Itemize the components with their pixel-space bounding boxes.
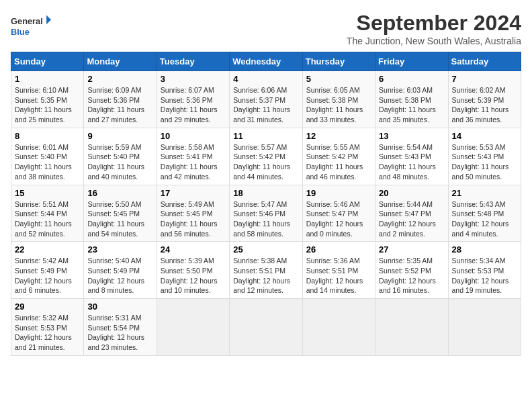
day-cell-15: 15Sunrise: 5:51 AMSunset: 5:44 PMDayligh…: [11, 185, 84, 242]
day-cell-23: 23Sunrise: 5:40 AMSunset: 5:49 PMDayligh…: [84, 242, 157, 299]
day-cell-18: 18Sunrise: 5:47 AMSunset: 5:46 PMDayligh…: [230, 185, 302, 242]
day-info-25: Sunrise: 5:38 AMSunset: 5:51 PMDaylight:…: [233, 256, 298, 295]
day-info-16: Sunrise: 5:50 AMSunset: 5:45 PMDaylight:…: [87, 199, 152, 239]
day-number-30: 30: [87, 302, 152, 312]
day-info-10: Sunrise: 5:58 AMSunset: 5:41 PMDaylight:…: [161, 142, 226, 182]
day-info-2: Sunrise: 6:09 AMSunset: 5:36 PMDaylight:…: [87, 85, 152, 125]
day-cell-7: 7Sunrise: 6:02 AMSunset: 5:39 PMDaylight…: [448, 71, 521, 128]
day-info-6: Sunrise: 6:03 AMSunset: 5:38 PMDaylight:…: [379, 85, 444, 125]
weekday-header-saturday: Saturday: [448, 52, 521, 71]
day-info-4: Sunrise: 6:06 AMSunset: 5:37 PMDaylight:…: [233, 85, 298, 125]
day-info-19: Sunrise: 5:46 AMSunset: 5:47 PMDaylight:…: [306, 199, 371, 239]
month-title: September 2024: [347, 11, 521, 36]
day-cell-9: 9Sunrise: 5:59 AMSunset: 5:40 PMDaylight…: [84, 128, 157, 185]
day-number-21: 21: [452, 188, 517, 198]
day-cell-19: 19Sunrise: 5:46 AMSunset: 5:47 PMDayligh…: [302, 185, 375, 242]
empty-cell: [448, 299, 521, 356]
weekday-header-row: SundayMondayTuesdayWednesdayThursdayFrid…: [11, 52, 521, 71]
logo-svg: General Blue: [11, 11, 51, 40]
day-info-28: Sunrise: 5:34 AMSunset: 5:53 PMDaylight:…: [452, 256, 517, 295]
day-info-9: Sunrise: 5:59 AMSunset: 5:40 PMDaylight:…: [87, 142, 152, 182]
day-info-8: Sunrise: 6:01 AMSunset: 5:40 PMDaylight:…: [15, 142, 80, 182]
day-info-22: Sunrise: 5:42 AMSunset: 5:49 PMDaylight:…: [15, 256, 80, 295]
day-info-23: Sunrise: 5:40 AMSunset: 5:49 PMDaylight:…: [87, 256, 152, 295]
day-cell-20: 20Sunrise: 5:44 AMSunset: 5:47 PMDayligh…: [375, 185, 448, 242]
day-number-23: 23: [87, 244, 152, 255]
day-number-11: 11: [233, 131, 298, 141]
svg-text:General: General: [11, 16, 43, 26]
day-number-6: 6: [379, 74, 444, 84]
day-info-13: Sunrise: 5:54 AMSunset: 5:43 PMDaylight:…: [379, 142, 444, 182]
day-number-19: 19: [306, 188, 371, 198]
day-info-5: Sunrise: 6:05 AMSunset: 5:38 PMDaylight:…: [306, 85, 371, 125]
day-cell-25: 25Sunrise: 5:38 AMSunset: 5:51 PMDayligh…: [230, 242, 302, 299]
day-cell-8: 8Sunrise: 6:01 AMSunset: 5:40 PMDaylight…: [11, 128, 84, 185]
day-number-17: 17: [161, 188, 226, 198]
week-row-4: 22Sunrise: 5:42 AMSunset: 5:49 PMDayligh…: [11, 242, 521, 299]
day-info-7: Sunrise: 6:02 AMSunset: 5:39 PMDaylight:…: [452, 85, 517, 125]
day-info-26: Sunrise: 5:36 AMSunset: 5:51 PMDaylight:…: [306, 256, 371, 295]
empty-cell: [157, 299, 229, 356]
weekday-header-sunday: Sunday: [11, 52, 84, 71]
day-info-27: Sunrise: 5:35 AMSunset: 5:52 PMDaylight:…: [379, 256, 444, 295]
day-cell-13: 13Sunrise: 5:54 AMSunset: 5:43 PMDayligh…: [375, 128, 448, 185]
day-info-11: Sunrise: 5:57 AMSunset: 5:42 PMDaylight:…: [233, 142, 298, 182]
day-number-20: 20: [379, 188, 444, 198]
day-cell-30: 30Sunrise: 5:31 AMSunset: 5:54 PMDayligh…: [84, 299, 157, 356]
day-cell-2: 2Sunrise: 6:09 AMSunset: 5:36 PMDaylight…: [84, 71, 157, 128]
weekday-header-friday: Friday: [375, 52, 448, 71]
empty-cell: [302, 299, 375, 356]
day-number-29: 29: [15, 302, 80, 312]
day-number-2: 2: [87, 74, 152, 84]
weekday-header-monday: Monday: [84, 52, 157, 71]
day-cell-3: 3Sunrise: 6:07 AMSunset: 5:36 PMDaylight…: [157, 71, 229, 128]
day-info-14: Sunrise: 5:53 AMSunset: 5:43 PMDaylight:…: [452, 142, 517, 182]
day-cell-29: 29Sunrise: 5:32 AMSunset: 5:53 PMDayligh…: [11, 299, 84, 356]
weekday-header-wednesday: Wednesday: [230, 52, 302, 71]
day-cell-16: 16Sunrise: 5:50 AMSunset: 5:45 PMDayligh…: [84, 185, 157, 242]
day-number-7: 7: [452, 74, 517, 84]
day-number-27: 27: [379, 244, 444, 255]
day-number-4: 4: [233, 74, 298, 84]
week-row-5: 29Sunrise: 5:32 AMSunset: 5:53 PMDayligh…: [11, 299, 521, 356]
day-cell-11: 11Sunrise: 5:57 AMSunset: 5:42 PMDayligh…: [230, 128, 302, 185]
day-number-12: 12: [306, 131, 371, 141]
day-info-17: Sunrise: 5:49 AMSunset: 5:45 PMDaylight:…: [161, 199, 226, 239]
day-info-21: Sunrise: 5:43 AMSunset: 5:48 PMDaylight:…: [452, 199, 517, 239]
day-number-25: 25: [233, 244, 298, 255]
day-info-18: Sunrise: 5:47 AMSunset: 5:46 PMDaylight:…: [233, 199, 298, 239]
svg-marker-2: [46, 15, 51, 25]
day-cell-24: 24Sunrise: 5:39 AMSunset: 5:50 PMDayligh…: [157, 242, 229, 299]
day-number-14: 14: [452, 131, 517, 141]
day-cell-26: 26Sunrise: 5:36 AMSunset: 5:51 PMDayligh…: [302, 242, 375, 299]
day-cell-5: 5Sunrise: 6:05 AMSunset: 5:38 PMDaylight…: [302, 71, 375, 128]
day-info-30: Sunrise: 5:31 AMSunset: 5:54 PMDaylight:…: [87, 313, 152, 353]
day-number-26: 26: [306, 244, 371, 255]
day-info-24: Sunrise: 5:39 AMSunset: 5:50 PMDaylight:…: [161, 256, 226, 295]
day-number-28: 28: [452, 244, 517, 255]
week-row-1: 1Sunrise: 6:10 AMSunset: 5:35 PMDaylight…: [11, 71, 521, 128]
empty-cell: [375, 299, 448, 356]
day-number-22: 22: [15, 244, 80, 255]
day-cell-6: 6Sunrise: 6:03 AMSunset: 5:38 PMDaylight…: [375, 71, 448, 128]
week-row-2: 8Sunrise: 6:01 AMSunset: 5:40 PMDaylight…: [11, 128, 521, 185]
location-subtitle: The Junction, New South Wales, Australia: [347, 36, 521, 46]
page-header: General Blue September 2024 The Junction…: [11, 11, 521, 46]
day-info-3: Sunrise: 6:07 AMSunset: 5:36 PMDaylight:…: [161, 85, 226, 125]
day-cell-4: 4Sunrise: 6:06 AMSunset: 5:37 PMDaylight…: [230, 71, 302, 128]
day-cell-1: 1Sunrise: 6:10 AMSunset: 5:35 PMDaylight…: [11, 71, 84, 128]
day-info-29: Sunrise: 5:32 AMSunset: 5:53 PMDaylight:…: [15, 313, 80, 353]
day-number-24: 24: [161, 244, 226, 255]
day-cell-10: 10Sunrise: 5:58 AMSunset: 5:41 PMDayligh…: [157, 128, 229, 185]
title-block: September 2024 The Junction, New South W…: [347, 11, 521, 46]
day-number-9: 9: [87, 131, 152, 141]
day-cell-21: 21Sunrise: 5:43 AMSunset: 5:48 PMDayligh…: [448, 185, 521, 242]
day-cell-17: 17Sunrise: 5:49 AMSunset: 5:45 PMDayligh…: [157, 185, 229, 242]
day-number-3: 3: [161, 74, 226, 84]
day-cell-14: 14Sunrise: 5:53 AMSunset: 5:43 PMDayligh…: [448, 128, 521, 185]
day-number-15: 15: [15, 188, 80, 198]
day-info-1: Sunrise: 6:10 AMSunset: 5:35 PMDaylight:…: [15, 85, 80, 125]
day-info-12: Sunrise: 5:55 AMSunset: 5:42 PMDaylight:…: [306, 142, 371, 182]
day-number-5: 5: [306, 74, 371, 84]
day-info-20: Sunrise: 5:44 AMSunset: 5:47 PMDaylight:…: [379, 199, 444, 239]
